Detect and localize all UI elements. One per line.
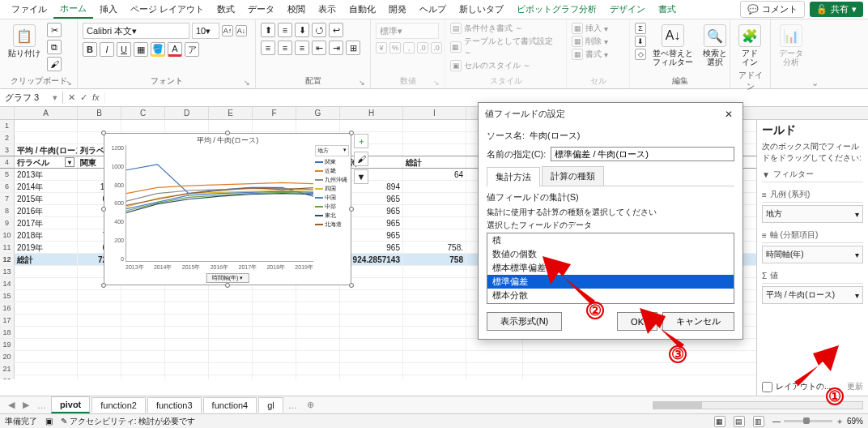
format-painter-icon[interactable]: 🖌	[47, 57, 62, 71]
cond-format-icon[interactable]: ▤	[450, 23, 462, 34]
sheet-tab-function3[interactable]: function3	[147, 397, 202, 413]
find-select-button[interactable]: 🔍検索と 選択	[700, 23, 730, 68]
menu-automate[interactable]: 自動化	[343, 1, 382, 18]
custom-name-input[interactable]	[551, 147, 734, 161]
share-button[interactable]: 🔓 共有 ▾	[810, 2, 863, 17]
tab-summarize[interactable]: 集計方法	[487, 167, 540, 186]
sheet-tab-pivot[interactable]: pivot	[51, 396, 90, 413]
menu-pivotchart-analyze[interactable]: ピボットグラフ分析	[510, 1, 603, 18]
copy-icon[interactable]: ⧉	[47, 40, 62, 54]
addins-button[interactable]: 🧩アド イン	[735, 23, 764, 68]
insert-icon[interactable]: ▦	[572, 23, 583, 34]
align-left-icon[interactable]: ≡	[261, 41, 275, 55]
format-table-icon[interactable]: ▦	[450, 41, 462, 53]
legend-field[interactable]: 地方▾	[762, 205, 863, 223]
align-middle-icon[interactable]: ≡	[278, 23, 292, 37]
agg-option[interactable]: 積	[487, 233, 734, 247]
autosum-icon[interactable]: Σ	[635, 23, 646, 34]
align-bottom-icon[interactable]: ⬇	[295, 23, 309, 37]
align-center-icon[interactable]: ≡	[278, 41, 292, 55]
menu-format[interactable]: 書式	[652, 1, 683, 18]
view-normal-icon[interactable]: ▦	[714, 416, 725, 427]
menu-formulas[interactable]: 数式	[211, 1, 241, 18]
sort-filter-button[interactable]: A↓並べ替えと フィルター	[649, 23, 696, 68]
bold-button[interactable]: B	[83, 42, 97, 57]
cancel-formula-icon[interactable]: ✕	[68, 92, 75, 103]
tab-show-values-as[interactable]: 計算の種類	[542, 166, 604, 186]
indent-inc-icon[interactable]: ⇥	[329, 41, 343, 55]
font-size-select[interactable]: 10 ▾	[192, 23, 219, 39]
menu-home[interactable]: ホーム	[53, 0, 93, 19]
sheet-tab-function4[interactable]: function4	[203, 397, 257, 413]
agg-option[interactable]: 分散	[487, 302, 734, 304]
increase-font-icon[interactable]: A↑	[222, 25, 233, 36]
aggregate-function-list[interactable]: 積数値の個数標本標準偏差標準偏差標本分散分散	[487, 233, 734, 304]
axis-field[interactable]: 時間軸(年)▾	[762, 246, 863, 263]
enter-formula-icon[interactable]: ✓	[80, 92, 87, 103]
menu-design[interactable]: デザイン	[603, 1, 652, 18]
tab-nav-next[interactable]: ▶	[19, 400, 32, 410]
percent-icon[interactable]: %	[389, 42, 401, 54]
number-format-select[interactable]: 標準 ▾	[376, 23, 439, 39]
number-format-button[interactable]: 表示形式(N)	[487, 312, 562, 331]
accessibility-status[interactable]: ✎ アクセシビリティ: 検討が必要です	[61, 416, 195, 427]
agg-option[interactable]: 標本分散	[487, 289, 734, 302]
defer-layout-checkbox[interactable]	[762, 382, 772, 392]
menu-help[interactable]: ヘルプ	[413, 1, 453, 18]
format-icon[interactable]: ▦	[572, 49, 583, 60]
dec-decimal-icon[interactable]: .0	[431, 42, 442, 54]
pivot-chart[interactable]: 平均 / 牛肉(ロース) 120010008006004002000 2013年…	[104, 133, 351, 285]
currency-icon[interactable]: ¥	[376, 42, 387, 54]
fill-icon[interactable]: ⬇	[635, 36, 646, 47]
decrease-font-icon[interactable]: A↓	[236, 25, 247, 36]
border-button[interactable]: ▦	[134, 42, 148, 57]
menu-review[interactable]: 校閲	[281, 1, 312, 18]
analyze-data-button[interactable]: 📊データ 分析	[776, 23, 806, 68]
paste-button[interactable]: 📋貼り付け	[5, 23, 44, 59]
tab-nav-prev[interactable]: ◀	[5, 400, 18, 410]
collapse-ribbon-icon[interactable]: ⌄	[811, 76, 823, 88]
font-name-select[interactable]: Calibri 本文 ▾	[83, 23, 189, 39]
clear-icon[interactable]: ◇	[635, 49, 646, 60]
chart-styles-button[interactable]: 🖌	[354, 152, 368, 166]
chart-plot-area[interactable]	[126, 145, 313, 262]
menu-newtab[interactable]: 新しいタブ	[453, 1, 510, 18]
zoom-slider[interactable]: — ＋ 69%	[772, 416, 863, 427]
menu-data[interactable]: データ	[241, 1, 281, 18]
align-right-icon[interactable]: ≡	[295, 41, 309, 55]
sheet-tab-more[interactable]: gl	[258, 397, 283, 413]
align-top-icon[interactable]: ⬆	[261, 23, 275, 37]
chart-axis-field-button[interactable]: 時間軸(年) ▾	[206, 273, 249, 283]
font-color-button[interactable]: A	[168, 42, 182, 57]
comma-icon[interactable]: ,	[403, 42, 415, 54]
sheet-tab-function2[interactable]: function2	[91, 397, 146, 413]
agg-option[interactable]: 標本標準偏差	[487, 261, 734, 275]
name-box[interactable]: グラフ 3▾	[0, 92, 63, 104]
menu-insert[interactable]: 挿入	[93, 1, 124, 18]
agg-option[interactable]: 数値の個数	[487, 247, 734, 261]
menu-pagelayout[interactable]: ページ レイアウト	[124, 1, 211, 18]
underline-button[interactable]: U	[117, 42, 131, 57]
add-sheet-button[interactable]: ⊕	[302, 400, 319, 410]
chart-filter-button[interactable]: ▼	[354, 169, 368, 184]
cut-icon[interactable]: ✂	[47, 23, 62, 37]
menu-file[interactable]: ファイル	[5, 1, 53, 18]
comments-button[interactable]: 💬 コメント	[740, 1, 805, 18]
view-pagelayout-icon[interactable]: ▤	[734, 416, 745, 427]
indent-dec-icon[interactable]: ⇤	[312, 41, 326, 55]
cell-styles-icon[interactable]: ▣	[450, 60, 462, 71]
delete-icon[interactable]: ▦	[572, 36, 583, 47]
agg-option[interactable]: 標準偏差	[487, 275, 734, 289]
chart-elements-button[interactable]: ＋	[354, 134, 368, 148]
macro-rec-icon[interactable]: ▣	[45, 417, 53, 426]
menu-developer[interactable]: 開発	[382, 1, 413, 18]
menu-view[interactable]: 表示	[312, 1, 343, 18]
phonetic-button[interactable]: ア	[185, 42, 199, 57]
values-field[interactable]: 平均 / 牛肉(ロース)▾	[762, 286, 863, 304]
fx-icon[interactable]: fx	[92, 92, 100, 103]
inc-decimal-icon[interactable]: .0	[417, 42, 428, 54]
view-pagebreak-icon[interactable]: ▥	[753, 416, 764, 427]
italic-button[interactable]: I	[100, 42, 114, 57]
orientation-icon[interactable]: ⭯	[312, 23, 326, 37]
merge-icon[interactable]: ⊞	[346, 41, 360, 55]
